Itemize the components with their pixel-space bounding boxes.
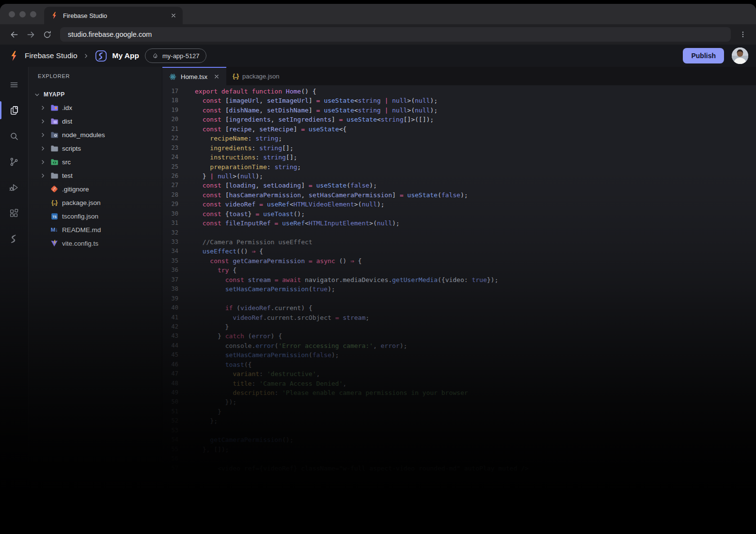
code-line: 56 [162, 454, 756, 463]
tree-item-tsconfig-json[interactable]: TS tsconfig.json [29, 209, 162, 223]
code-line: 41 videoRef.current.srcObject = stream; [162, 313, 756, 322]
vite-icon [48, 239, 61, 248]
editor-tab-home-tsx[interactable]: Home.tsx [162, 67, 226, 85]
code-line: 49 description: 'Please enable camera pe… [162, 388, 756, 397]
line-number: 21 [162, 125, 178, 134]
line-number: 48 [162, 379, 178, 388]
line-number: 47 [162, 369, 178, 378]
svg-text:TS: TS [52, 215, 57, 218]
run-debug-icon [9, 182, 19, 193]
line-number: 34 [162, 247, 178, 256]
activity-item-source-control[interactable] [0, 149, 28, 174]
code-line: 25 preparationTime: string; [162, 162, 756, 172]
line-number: 32 [162, 228, 178, 237]
line-number: 18 [162, 96, 178, 105]
window-zoom-button[interactable] [30, 11, 36, 17]
browser-tab-close-icon[interactable] [170, 12, 177, 19]
url-text: studio.firebase.google.com [68, 31, 152, 38]
tree-root-myapp[interactable]: MYAPP [29, 88, 162, 101]
react-icon [169, 73, 177, 81]
window-minimize-button[interactable] [19, 11, 26, 17]
code-line: 48 title: 'Camera Access Denied', [162, 379, 756, 388]
code-line: 55 }, []); [162, 445, 756, 454]
tree-item-scripts[interactable]: scripts [29, 141, 162, 155]
tree-item-package-json[interactable]: {..} package.json [29, 196, 162, 209]
firebase-studio-icon [9, 234, 19, 244]
line-number: 43 [162, 331, 178, 341]
activity-bar [0, 67, 29, 534]
activity-item-run-debug[interactable] [0, 174, 28, 200]
line-number: 30 [162, 209, 178, 219]
back-button[interactable] [6, 26, 22, 43]
chevron-right-icon[interactable] [39, 118, 48, 125]
ts-icon: TS [48, 212, 61, 220]
tree-item--idx[interactable]: .idx [29, 101, 162, 114]
code-line: 53 [162, 426, 756, 435]
reload-button[interactable] [39, 26, 55, 43]
tree-item-node-modules[interactable]: node_modules [29, 128, 162, 141]
tree-item-src[interactable]: src [29, 155, 162, 169]
code-line: 37 const stream = await navigator.mediaD… [162, 275, 756, 284]
code-line: 35 const getCameraPermission = async () … [162, 256, 756, 266]
activity-item-extensions[interactable] [0, 200, 28, 226]
activity-item-firebase-studio[interactable] [0, 226, 28, 251]
search-icon [9, 131, 19, 141]
activity-item-menu[interactable] [0, 72, 28, 97]
code-line: 20 const [ingredients, setIngredients] =… [162, 115, 756, 124]
line-number: 17 [162, 87, 178, 96]
code-editor[interactable]: 17 export default function Home() { 18 c… [162, 85, 756, 534]
line-number: 26 [162, 172, 178, 181]
extensions-icon [9, 208, 19, 219]
firebase-studio-brand[interactable]: Firebase Studio [8, 50, 78, 62]
browser-toolbar: studio.firebase.google.com [0, 24, 756, 45]
line-number: 51 [162, 407, 178, 416]
user-avatar[interactable] [732, 47, 748, 64]
code-line: 28 const [hasCameraPermission, setHasCam… [162, 190, 756, 200]
tree-item-vite-config-ts[interactable]: vite.config.ts [29, 236, 162, 250]
window-controls[interactable] [9, 11, 36, 17]
workbench: EXPLORER MYAPP .idx d [0, 67, 756, 534]
breadcrumb-chevron-icon [82, 52, 90, 60]
tree-item-dist[interactable]: dist [29, 114, 162, 128]
line-number: 27 [162, 181, 178, 190]
firebase-flame-icon [50, 11, 59, 20]
folder-idx-icon [48, 103, 61, 112]
chevron-right-icon[interactable] [39, 158, 48, 166]
tree-item-test[interactable]: test [29, 169, 162, 182]
chevron-right-icon[interactable] [39, 131, 48, 139]
line-number: 52 [162, 416, 178, 425]
activity-item-explorer[interactable] [0, 97, 28, 123]
app-icon [94, 49, 108, 63]
app-name-label: My App [112, 51, 139, 60]
close-icon[interactable] [213, 73, 220, 80]
breadcrumb-app[interactable]: My App [94, 49, 139, 63]
braces-icon: {..} [233, 73, 238, 79]
browser-window: Firebase Studio studio.firebase.google.c… [0, 4, 756, 534]
code-line: 36 try { [162, 266, 756, 275]
workspace-badge[interactable]: my-app-5127 [145, 48, 206, 63]
forward-button[interactable] [22, 26, 39, 43]
chevron-right-icon[interactable] [39, 104, 48, 111]
browser-menu-icon[interactable] [736, 30, 750, 39]
line-number: 22 [162, 134, 178, 143]
window-close-button[interactable] [9, 11, 15, 17]
code-line: 51 } [162, 407, 756, 416]
chevron-right-icon[interactable] [39, 172, 48, 179]
tree-item--gitignore[interactable]: .gitignore [29, 182, 162, 196]
workspace-badge-label: my-app-5127 [162, 52, 200, 60]
activity-item-search[interactable] [0, 123, 28, 149]
chevron-right-icon[interactable] [39, 145, 48, 152]
editor-tab-package-json[interactable]: {..} package.json [226, 67, 286, 85]
publish-button[interactable]: Publish [683, 48, 724, 63]
code-line: 26 } | null>(null); [162, 172, 756, 181]
address-bar[interactable]: studio.firebase.google.com [60, 27, 731, 42]
line-number: 42 [162, 322, 178, 331]
line-number: 49 [162, 388, 178, 397]
code-line: 47 variant: 'destructive', [162, 369, 756, 378]
line-number: 53 [162, 426, 178, 435]
code-line: 18 const [imageUrl, setImageUrl] = useSt… [162, 96, 756, 105]
line-number: 36 [162, 266, 178, 275]
menu-icon [9, 80, 19, 90]
browser-tab[interactable]: Firebase Studio [44, 7, 183, 24]
tree-item-readme-md[interactable]: M↓ README.md [29, 223, 162, 236]
